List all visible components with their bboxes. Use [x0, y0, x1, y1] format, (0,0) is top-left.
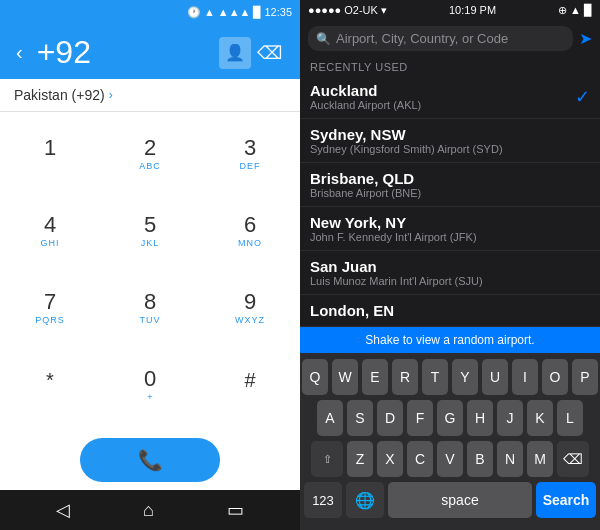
dial-key-3[interactable]: 3 DEF	[200, 116, 300, 193]
nav-recent-button[interactable]: ▭	[219, 495, 252, 525]
dial-key-5[interactable]: 5 JKL	[100, 193, 200, 270]
airport-item-sanjuan[interactable]: San Juan Luis Munoz Marin Int'l Airport …	[300, 251, 600, 295]
search-icon: 🔍	[316, 32, 331, 46]
airport-item-sydney[interactable]: Sydney, NSW Sydney (Kingsford Smith) Air…	[300, 119, 600, 163]
search-placeholder: Airport, City, Country, or Code	[336, 31, 508, 46]
key-G[interactable]: G	[437, 400, 463, 436]
airport-item-newyork[interactable]: New York, NY John F. Kennedy Int'l Airpo…	[300, 207, 600, 251]
nav-home-button[interactable]: ⌂	[135, 496, 162, 525]
key-C[interactable]: C	[407, 441, 433, 477]
status-icons: 🕐 ▲ ▲▲▲ ▉ 12:35	[187, 6, 292, 19]
airport-detail: John F. Kennedy Int'l Airport (JFK)	[310, 231, 477, 243]
dial-key-1[interactable]: 1	[0, 116, 100, 193]
person-icon: 👤	[225, 43, 245, 62]
airport-detail: Sydney (Kingsford Smith) Airport (SYD)	[310, 143, 503, 155]
key-T[interactable]: T	[422, 359, 448, 395]
right-panel: ●●●●● O2-UK ▾ 10:19 PM ⊕ ▲ ▉ 🔍 Airport, …	[300, 0, 600, 530]
airport-detail: Brisbane Airport (BNE)	[310, 187, 421, 199]
key-N[interactable]: N	[497, 441, 523, 477]
country-label: Pakistan (+92)	[14, 87, 105, 103]
android-nav-bar: ◁ ⌂ ▭	[0, 490, 300, 530]
shake-banner: Shake to view a random airport.	[300, 327, 600, 353]
numbers-key[interactable]: 123	[304, 482, 342, 518]
dial-key-hash[interactable]: #	[200, 347, 300, 424]
airport-list: Auckland Auckland Airport (AKL) ✓ Sydney…	[300, 75, 600, 327]
key-Y[interactable]: Y	[452, 359, 478, 395]
alarm-icon: 🕐	[187, 6, 201, 19]
backspace-button[interactable]: ⌫	[251, 38, 288, 68]
ios-signal-icon: ▲	[570, 4, 581, 16]
location-button[interactable]: ➤	[579, 29, 592, 48]
globe-key[interactable]: 🌐	[346, 482, 384, 518]
contact-icon[interactable]: 👤	[219, 37, 251, 69]
key-B[interactable]: B	[467, 441, 493, 477]
key-V[interactable]: V	[437, 441, 463, 477]
key-M[interactable]: M	[527, 441, 553, 477]
key-P[interactable]: P	[572, 359, 598, 395]
android-status-bar: 🕐 ▲ ▲▲▲ ▉ 12:35	[0, 0, 300, 24]
back-button[interactable]: ‹	[12, 37, 27, 68]
keyboard-backspace[interactable]: ⌫	[557, 441, 589, 477]
ios-status-bar: ●●●●● O2-UK ▾ 10:19 PM ⊕ ▲ ▉	[300, 0, 600, 20]
airport-city: New York, NY	[310, 214, 477, 231]
key-O[interactable]: O	[542, 359, 568, 395]
key-X[interactable]: X	[377, 441, 403, 477]
dialpad: 1 2 ABC 3 DEF 4 GHI 5 JKL 6 MNO 7 PQRS 8	[0, 112, 300, 428]
ios-carrier: ●●●●● O2-UK ▾	[308, 4, 387, 17]
key-K[interactable]: K	[527, 400, 553, 436]
key-F[interactable]: F	[407, 400, 433, 436]
key-Z[interactable]: Z	[347, 441, 373, 477]
key-J[interactable]: J	[497, 400, 523, 436]
dial-key-8[interactable]: 8 TUV	[100, 270, 200, 347]
key-L[interactable]: L	[557, 400, 583, 436]
airport-item-london[interactable]: London, EN	[300, 295, 600, 327]
key-I[interactable]: I	[512, 359, 538, 395]
ios-time: 10:19 PM	[449, 4, 496, 16]
dial-key-0[interactable]: 0 +	[100, 347, 200, 424]
key-U[interactable]: U	[482, 359, 508, 395]
battery-icon: ▉	[253, 6, 261, 19]
selected-checkmark: ✓	[575, 86, 590, 108]
shift-key[interactable]: ⇧	[311, 441, 343, 477]
dial-key-7[interactable]: 7 PQRS	[0, 270, 100, 347]
airport-item-brisbane[interactable]: Brisbane, QLD Brisbane Airport (BNE)	[300, 163, 600, 207]
search-bar-row: 🔍 Airport, City, Country, or Code ➤	[300, 20, 600, 57]
key-Q[interactable]: Q	[302, 359, 328, 395]
ios-battery-icon: ▉	[584, 4, 592, 17]
airport-item-auckland[interactable]: Auckland Auckland Airport (AKL) ✓	[300, 75, 600, 119]
search-box[interactable]: 🔍 Airport, City, Country, or Code	[308, 26, 573, 51]
keyboard-row-1: Q W E R T Y U I O P	[302, 359, 598, 395]
airport-detail: Auckland Airport (AKL)	[310, 99, 421, 111]
keyboard-row-2: A S D F G H J K L	[302, 400, 598, 436]
key-W[interactable]: W	[332, 359, 358, 395]
dial-key-6[interactable]: 6 MNO	[200, 193, 300, 270]
key-H[interactable]: H	[467, 400, 493, 436]
time-display: 12:35	[264, 6, 292, 18]
dial-key-2[interactable]: 2 ABC	[100, 116, 200, 193]
key-D[interactable]: D	[377, 400, 403, 436]
dial-key-star[interactable]: *	[0, 347, 100, 424]
airport-city: London, EN	[310, 302, 394, 319]
key-A[interactable]: A	[317, 400, 343, 436]
key-R[interactable]: R	[392, 359, 418, 395]
recently-used-label: RECENTLY USED	[300, 57, 600, 75]
country-row[interactable]: Pakistan (+92) ›	[0, 79, 300, 112]
dialer-header: ‹ +92 👤 ⌫	[0, 24, 300, 79]
phone-icon: 📞	[138, 448, 163, 472]
dial-key-9[interactable]: 9 WXYZ	[200, 270, 300, 347]
airport-city: Sydney, NSW	[310, 126, 503, 143]
airport-city: San Juan	[310, 258, 483, 275]
dial-key-4[interactable]: 4 GHI	[0, 193, 100, 270]
nav-back-button[interactable]: ◁	[48, 495, 78, 525]
keyboard-bottom-row: 123 🌐 space Search	[302, 482, 598, 518]
search-button[interactable]: Search	[536, 482, 596, 518]
key-E[interactable]: E	[362, 359, 388, 395]
ios-status-icons: ⊕ ▲ ▉	[558, 4, 592, 17]
call-button[interactable]: 📞	[80, 438, 220, 482]
key-S[interactable]: S	[347, 400, 373, 436]
airport-detail: Luis Munoz Marin Int'l Airport (SJU)	[310, 275, 483, 287]
left-panel: 🕐 ▲ ▲▲▲ ▉ 12:35 ‹ +92 👤 ⌫ Pakistan (+92)…	[0, 0, 300, 530]
dialer-number: +92	[27, 34, 219, 71]
space-key[interactable]: space	[388, 482, 532, 518]
wifi-icon: ▲	[204, 6, 215, 18]
